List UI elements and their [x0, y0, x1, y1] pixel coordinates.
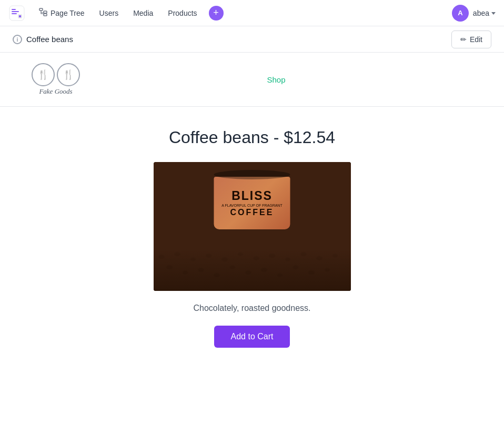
info-icon: i: [13, 35, 22, 44]
can-brand-bliss: BLISS: [231, 189, 273, 203]
page-tree-label: Page Tree: [51, 9, 85, 17]
media-label: Media: [133, 9, 153, 17]
add-new-button[interactable]: +: [209, 6, 224, 21]
edit-button[interactable]: ✏ Edit: [451, 31, 491, 48]
fake-goods-logo: 🍴 🍴 Fake Goods: [32, 63, 80, 96]
svg-rect-3: [12, 13, 17, 14]
add-to-cart-button[interactable]: Add to Cart: [214, 326, 290, 348]
product-title: Coffee beans - $12.54: [169, 128, 335, 147]
chevron-down-icon: [491, 12, 496, 15]
logo-circle-right: 🍴: [57, 63, 80, 86]
product-image: BLISS A FLAVORFUL CUP OF FRAGRANT COFFEE: [154, 162, 351, 291]
page-title: Coffee beans: [26, 35, 73, 44]
svg-rect-1: [12, 9, 16, 10]
breadcrumb-bar: i Coffee beans ✏ Edit: [0, 26, 504, 53]
top-navigation: Page Tree Users Media Products + A abea: [0, 0, 504, 26]
svg-rect-2: [12, 11, 19, 12]
product-description: Chocolately, roasted goodness.: [194, 304, 311, 313]
can-subtext: A FLAVORFUL CUP OF FRAGRANT: [221, 204, 282, 207]
svg-rect-7: [44, 11, 47, 13]
cms-logo[interactable]: [8, 5, 25, 22]
logo-circles: 🍴 🍴: [32, 63, 80, 86]
breadcrumb-left: i Coffee beans: [13, 35, 73, 44]
coffee-can: BLISS A FLAVORFUL CUP OF FRAGRANT COFFEE: [214, 170, 290, 229]
nav-item-media[interactable]: Media: [128, 6, 158, 21]
page-tree-icon: [39, 8, 47, 18]
users-label: Users: [99, 9, 119, 17]
nav-item-users[interactable]: Users: [94, 6, 124, 21]
plus-icon: +: [213, 7, 219, 18]
svg-rect-8: [44, 14, 47, 16]
can-brand-coffee: COFFEE: [230, 208, 274, 217]
products-label: Products: [168, 9, 197, 17]
pencil-icon: ✏: [460, 35, 467, 44]
nav-item-products[interactable]: Products: [163, 6, 202, 21]
site-nav-shop[interactable]: Shop: [267, 75, 285, 84]
nav-item-page-tree[interactable]: Page Tree: [34, 5, 90, 21]
main-content: 🍴 🍴 Fake Goods Shop Coffee beans - $12.5…: [0, 53, 504, 369]
user-menu[interactable]: abea: [473, 9, 496, 17]
product-area: Coffee beans - $12.54 BLISS A FLAVORFUL …: [0, 107, 504, 369]
site-navigation: Shop: [80, 75, 472, 84]
user-avatar[interactable]: A: [452, 5, 469, 22]
site-header: 🍴 🍴 Fake Goods Shop: [0, 53, 504, 107]
svg-rect-5: [19, 15, 21, 17]
can-body: BLISS A FLAVORFUL CUP OF FRAGRANT COFFEE: [214, 177, 290, 229]
site-logo-text: Fake Goods: [39, 87, 72, 96]
beans-foreground: [154, 249, 351, 291]
logo-circle-left: 🍴: [32, 63, 55, 86]
svg-rect-6: [39, 8, 43, 11]
svg-rect-0: [9, 6, 24, 21]
can-lid: [214, 170, 290, 179]
